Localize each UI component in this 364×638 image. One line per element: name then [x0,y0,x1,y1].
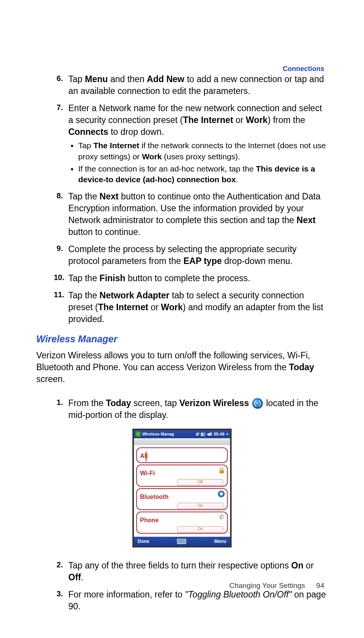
step-number: 3. [54,589,63,599]
step-text: Complete the process by selecting the ap… [68,244,296,266]
row-wifi[interactable]: Wi-Fi 🔒 Off [136,465,228,487]
list-item: 7.Enter a Network name for the new netwo… [54,102,328,185]
device-titlebar: Wireless Manag ⇄ ▮▯ ◀€ 05:46 × [134,430,230,438]
row-wifi-label: Wi-Fi [140,470,155,476]
step-text: From the Today screen, tap Verizon Wirel… [68,398,318,420]
list-item: 1.From the Today screen, tap Verizon Wir… [54,397,328,421]
step-number: 1. [54,397,63,408]
step-number: 8. [54,191,63,201]
row-wifi-state: Off [177,479,223,486]
bluetooth-icon: ✱ [218,491,225,497]
list-item: 8.Tap the Next button to continue onto t… [54,191,328,238]
sync-icon: ⇄ [196,431,199,437]
phone-icon: ✆ [218,514,225,521]
volume-icon: ◀€ [207,431,212,437]
device-toolbar-strip [134,438,230,445]
step-text: Tap the Network Adapter tab to select a … [68,290,323,324]
wifi-icon: 🔒 [218,467,225,474]
step-text: Tap the Finish button to complete the pr… [68,273,250,283]
section-heading-wireless-manager: Wireless Manager [36,333,328,346]
signal-icon: ▮▯ [201,431,205,437]
menu-button[interactable]: Menu [214,538,226,544]
close-icon[interactable]: × [226,431,229,437]
list-item: 3.For more information, refer to "Toggli… [54,589,328,612]
sub-bullet: If the connection is for an ad-hoc netwo… [68,164,328,185]
step-number: 2. [54,560,63,570]
row-phone[interactable]: Phone ✆ On [136,512,228,534]
start-icon[interactable] [135,431,141,437]
row-bluetooth-label: Bluetooth [140,494,169,500]
page-footer: Changing Your Settings 94 [229,581,324,591]
step-number: 7. [54,102,63,113]
step-text: Tap the Next button to continue onto the… [68,191,321,237]
footer-chapter: Changing Your Settings [229,581,305,589]
sub-bullet: Tap The Internet if the network connects… [68,140,328,162]
step-text: Tap any of the three fields to turn thei… [68,560,314,582]
status-icons: ⇄ ▮▯ ◀€ 05:46 [196,431,224,437]
ordered-steps-top: 6.Tap Menu and then Add New to add a new… [54,73,328,325]
row-all[interactable]: All [136,447,228,463]
row-bluetooth-state: On [177,503,223,509]
row-bluetooth[interactable]: Bluetooth ✱ On [136,488,228,510]
row-phone-state: On [177,526,223,533]
intro-paragraph: Verizon Wireless allows you to turn on/o… [36,350,328,385]
device-bottombar: Done Menu [134,537,230,546]
row-phone-label: Phone [140,517,159,523]
step-number: 10. [54,272,63,283]
step-number: 11. [54,290,63,300]
done-button[interactable]: Done [138,538,149,544]
keyboard-icon[interactable] [177,539,186,544]
list-item: 10.Tap the Finish button to complete the… [54,272,328,284]
wireless-manager-screenshot: Wireless Manag ⇄ ▮▯ ◀€ 05:46 × All Wi-Fi… [132,429,232,547]
clock-label: 05:46 [214,431,224,437]
chapter-header: Connections [283,64,324,73]
ordered-steps-middle: 1.From the Today screen, tap Verizon Wir… [54,397,328,421]
step-text: Tap Menu and then Add New to add a new c… [68,74,324,96]
sub-bullets: Tap The Internet if the network connects… [68,140,328,185]
list-item: 9.Complete the process by selecting the … [54,243,328,267]
list-item: 11.Tap the Network Adapter tab to select… [54,290,328,325]
device-title: Wireless Manag [142,431,194,437]
list-item: 6.Tap Menu and then Add New to add a new… [54,73,328,97]
verizon-wireless-icon [252,398,263,409]
list-item: 2.Tap any of the three fields to turn th… [54,560,328,583]
footer-page-number: 94 [316,581,324,589]
step-text: Enter a Network name for the new network… [68,103,322,137]
step-number: 6. [54,73,63,84]
step-number: 9. [54,243,63,254]
step-text: For more information, refer to "Toggling… [68,589,326,611]
